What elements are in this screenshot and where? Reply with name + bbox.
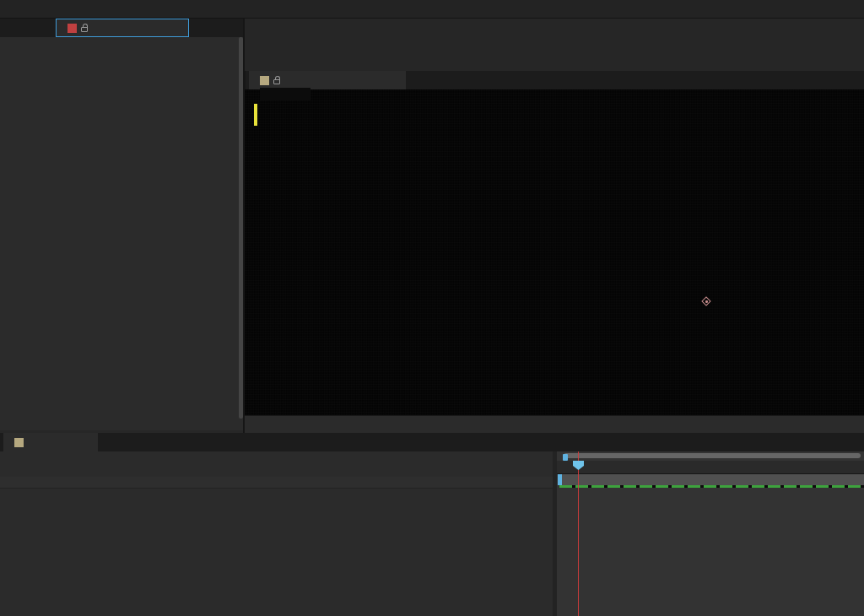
- comp-toolbar: [245, 415, 864, 433]
- comp-tab-row: [246, 71, 864, 89]
- tab-composition[interactable]: [249, 71, 406, 89]
- render-cache-indicator: [559, 485, 864, 488]
- panel-color-square: [14, 438, 24, 447]
- comp-name-tooltip: [260, 88, 310, 100]
- timeline-track-area[interactable]: [557, 451, 864, 616]
- panel-color-square: [68, 24, 77, 33]
- timeline-column-header: [0, 477, 557, 489]
- time-ruler[interactable]: [557, 461, 864, 474]
- tab-effect-controls[interactable]: [56, 19, 189, 37]
- effect-controls-panel: [0, 37, 244, 430]
- timeline-panel: [0, 433, 864, 616]
- timeline-pane-divider[interactable]: [553, 451, 557, 616]
- composition-viewer[interactable]: [245, 89, 864, 415]
- timeline-navigator-bar[interactable]: [564, 453, 861, 458]
- work-area-bar[interactable]: [558, 474, 864, 485]
- timeline-tab-row: [0, 433, 864, 451]
- after-effects-window: [0, 0, 864, 616]
- heartbeat-waveform: [245, 89, 864, 415]
- tab-timeline-heartbeat[interactable]: [3, 433, 98, 451]
- lock-icon[interactable]: [81, 27, 88, 32]
- panel-color-square: [260, 76, 269, 85]
- tab-project[interactable]: [0, 19, 54, 37]
- text-cursor: [254, 104, 257, 126]
- anchor-point-dot: [705, 300, 708, 303]
- aed-panel: [245, 19, 864, 71]
- work-area-start-handle[interactable]: [558, 474, 562, 485]
- navigator-start-handle[interactable]: [563, 454, 568, 461]
- main-toolbar: [0, 0, 864, 19]
- lock-icon[interactable]: [273, 79, 280, 84]
- left-tab-row: [0, 19, 245, 37]
- playhead-line: [578, 451, 579, 616]
